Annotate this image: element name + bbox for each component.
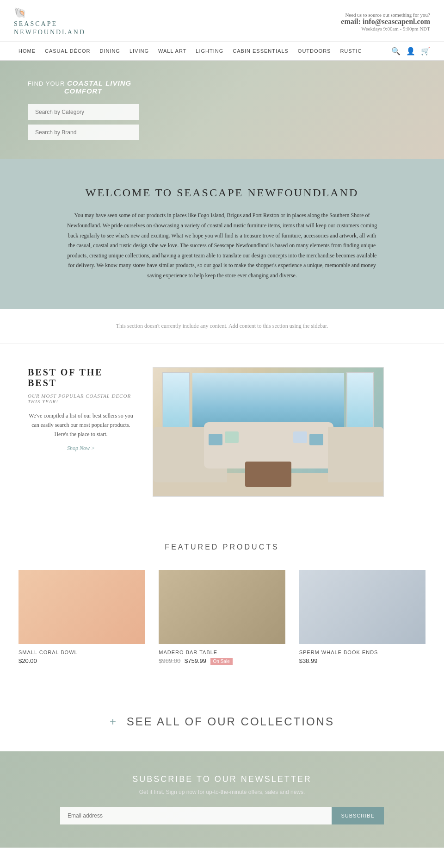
best-subtitle: OUR MOST POPULAR COASTAL DECOR THIS YEAR… [28, 393, 134, 404]
logo-text: SEASCAPE NEWFOUNDLAND [14, 20, 86, 37]
price-original-bar-table: $989.00 [159, 657, 180, 664]
contact-label: Need us to source out something for you? [341, 12, 430, 18]
product-name-coral-bowl: SMALL CORAL BOWL [18, 649, 145, 655]
nav-icons: 🔍 👤 🛒 [391, 47, 430, 56]
nav-dining[interactable]: DINING [95, 42, 125, 60]
nav-casual-decor[interactable]: CASUAL DÉCOR [40, 42, 95, 60]
logo[interactable]: 🐚 SEASCAPE NEWFOUNDLAND [14, 7, 86, 37]
best-image [153, 367, 384, 497]
product-card-bookends[interactable]: SPERM WHALE BOOK ENDS $38.99 [299, 570, 426, 664]
product-image-bar-table [159, 570, 285, 644]
product-image-bookends [299, 570, 426, 644]
best-title: BEST OF THE BEST [28, 367, 134, 388]
contact-email: email: info@seascapenl.com [341, 18, 430, 26]
product-card-bar-table[interactable]: MADERO BAR TABLE $989.00 $759.99 On Sale [159, 570, 285, 664]
product-price-coral-bowl: $20.00 [18, 657, 145, 664]
best-description: We've compiled a list of our best seller… [28, 411, 134, 439]
room-illustration [153, 367, 384, 497]
product-price-bar-table: $989.00 $759.99 On Sale [159, 657, 285, 664]
empty-section: This section doesn't currently include a… [0, 309, 444, 344]
welcome-section: WELCOME TO SEASCAPE NEWFOUNDLAND You may… [0, 159, 444, 308]
see-all-link[interactable]: + SEE ALL OF OUR COLLECTIONS [110, 715, 334, 728]
featured-title: FEATURED PRODUCTS [18, 543, 426, 551]
top-bar: 🐚 SEASCAPE NEWFOUNDLAND Need us to sourc… [0, 0, 444, 42]
product-name-bar-table: MADERO BAR TABLE [159, 649, 285, 655]
newsletter-section: SUBSCRIBE TO OUR NEWSLETTER Get it first… [0, 751, 444, 848]
nav-cabin-essentials[interactable]: CABIN ESSENTIALS [228, 42, 293, 60]
product-image-coral-bowl [18, 570, 145, 644]
welcome-body: You may have seen some of our products i… [65, 211, 379, 281]
best-text: BEST OF THE BEST OUR MOST POPULAR COASTA… [18, 367, 134, 452]
nav-lighting[interactable]: LIGHTING [191, 42, 228, 60]
main-nav: HOME CASUAL DÉCOR DINING LIVING WALL ART… [0, 42, 444, 61]
product-name-bookends: SPERM WHALE BOOK ENDS [299, 649, 426, 655]
footer-section: SEASCAPE NEWFOUNDLAND TESTIMONIALS [0, 848, 444, 868]
nav-outdoors[interactable]: OUTDOORS [293, 42, 336, 60]
newsletter-email-input[interactable] [60, 807, 332, 824]
featured-section: FEATURED PRODUCTS SMALL CORAL BOWL $20.0… [0, 520, 444, 701]
nav-home[interactable]: HOME [14, 42, 40, 60]
contact-hours: Weekdays 9:00am - 9:00pm NDT [341, 26, 430, 31]
hero-section: FIND YOUR COASTAL LIVING COMFORT [0, 61, 444, 159]
newsletter-subtitle: Get it first. Sign up now for up-to-the-… [18, 789, 426, 795]
search-brand-input[interactable] [28, 125, 139, 140]
hero-text: FIND YOUR COASTAL LIVING COMFORT [28, 79, 139, 140]
logo-icon: 🐚 [14, 7, 26, 19]
search-category-input[interactable] [28, 104, 139, 120]
nav-links: HOME CASUAL DÉCOR DINING LIVING WALL ART… [14, 42, 366, 60]
see-all-section: + SEE ALL OF OUR COLLECTIONS [0, 701, 444, 751]
contact-info: Need us to source out something for you?… [341, 12, 430, 31]
welcome-title: WELCOME TO SEASCAPE NEWFOUNDLAND [37, 187, 407, 199]
cart-icon[interactable]: 🛒 [421, 47, 430, 56]
newsletter-title: SUBSCRIBE TO OUR NEWSLETTER [18, 774, 426, 784]
nav-living[interactable]: LIVING [125, 42, 154, 60]
see-all-plus: + [110, 715, 117, 728]
on-sale-badge: On Sale [210, 658, 233, 665]
nav-wall-art[interactable]: WALL ART [154, 42, 191, 60]
see-all-label: SEE ALL OF OUR COLLECTIONS [127, 715, 334, 728]
hero-tagline: FIND YOUR COASTAL LIVING COMFORT [28, 79, 139, 95]
search-boxes [28, 104, 139, 140]
user-icon[interactable]: 👤 [406, 47, 415, 56]
best-section: BEST OF THE BEST OUR MOST POPULAR COASTA… [0, 344, 444, 520]
newsletter-form: SUBSCRIBE [60, 807, 384, 824]
price-sale-bar-table: $759.99 [185, 657, 206, 664]
newsletter-subscribe-button[interactable]: SUBSCRIBE [332, 807, 384, 824]
nav-rustic[interactable]: RUSTIC [335, 42, 366, 60]
product-card-coral-bowl[interactable]: SMALL CORAL BOWL $20.00 [18, 570, 145, 664]
search-icon[interactable]: 🔍 [391, 47, 401, 56]
product-price-bookends: $38.99 [299, 657, 426, 664]
products-grid: SMALL CORAL BOWL $20.00 MADERO BAR TABLE… [18, 570, 426, 664]
shop-now-link[interactable]: Shop Now > [28, 445, 134, 452]
